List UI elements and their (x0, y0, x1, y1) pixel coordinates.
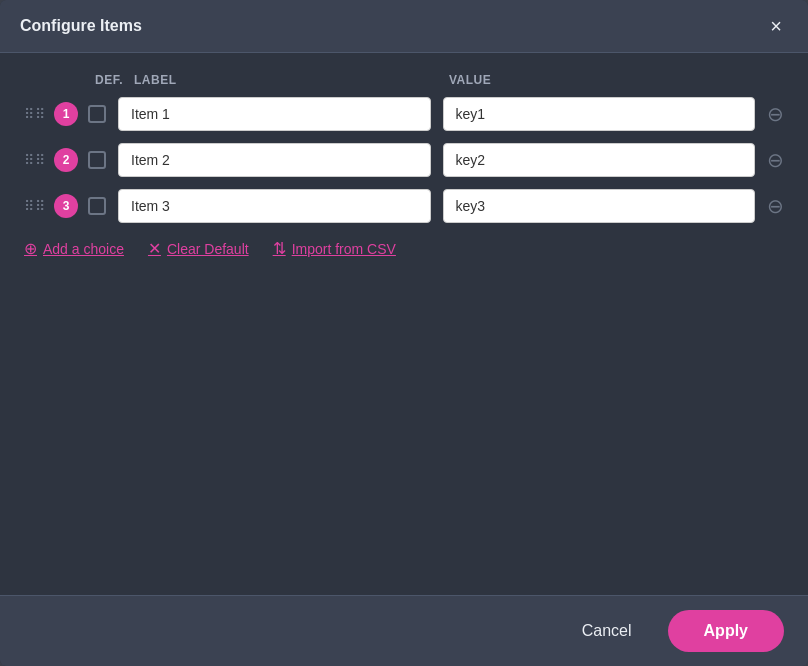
default-checkbox[interactable] (88, 197, 106, 215)
clear-default-button[interactable]: ✕ Clear Default (148, 239, 249, 258)
default-checkbox[interactable] (88, 105, 106, 123)
col-label-header: LABEL (134, 73, 433, 87)
add-choice-label: Add a choice (43, 241, 124, 257)
row-number: 2 (54, 148, 78, 172)
row-number: 3 (54, 194, 78, 218)
row-number: 1 (54, 102, 78, 126)
modal-header: Configure Items × (0, 0, 808, 53)
table-row: ⠿⠿ 3 ⊖ (24, 189, 784, 223)
drag-handle[interactable]: ⠿⠿ (24, 106, 46, 122)
modal-title: Configure Items (20, 17, 142, 35)
col-value-header: VALUE (449, 73, 748, 87)
clear-icon: ✕ (148, 239, 161, 258)
value-input[interactable] (443, 97, 756, 131)
col-def-header: DEF. (84, 73, 134, 87)
value-input[interactable] (443, 189, 756, 223)
close-button[interactable]: × (764, 14, 788, 38)
label-input[interactable] (118, 143, 431, 177)
import-csv-button[interactable]: ⇅ Import from CSV (273, 239, 396, 258)
configure-items-modal: Configure Items × DEF. LABEL VALUE ⠿⠿ 1 … (0, 0, 808, 666)
remove-button[interactable]: ⊖ (767, 196, 784, 216)
column-headers: DEF. LABEL VALUE (24, 73, 784, 87)
import-icon: ⇅ (273, 239, 286, 258)
label-input[interactable] (118, 189, 431, 223)
drag-handle[interactable]: ⠿⠿ (24, 152, 46, 168)
modal-body: DEF. LABEL VALUE ⠿⠿ 1 ⊖ ⠿⠿ 2 ⊖ ⠿⠿ 3 ⊖ (0, 53, 808, 595)
clear-default-label: Clear Default (167, 241, 249, 257)
label-input[interactable] (118, 97, 431, 131)
drag-handle[interactable]: ⠿⠿ (24, 198, 46, 214)
remove-button[interactable]: ⊖ (767, 150, 784, 170)
apply-button[interactable]: Apply (668, 610, 784, 652)
modal-footer: Cancel Apply (0, 595, 808, 666)
default-checkbox[interactable] (88, 151, 106, 169)
table-row: ⠿⠿ 1 ⊖ (24, 97, 784, 131)
table-row: ⠿⠿ 2 ⊖ (24, 143, 784, 177)
add-icon: ⊕ (24, 239, 37, 258)
remove-button[interactable]: ⊖ (767, 104, 784, 124)
action-links: ⊕ Add a choice ✕ Clear Default ⇅ Import … (24, 239, 784, 258)
items-list: ⠿⠿ 1 ⊖ ⠿⠿ 2 ⊖ ⠿⠿ 3 ⊖ (24, 97, 784, 223)
add-choice-button[interactable]: ⊕ Add a choice (24, 239, 124, 258)
value-input[interactable] (443, 143, 756, 177)
cancel-button[interactable]: Cancel (562, 612, 652, 650)
import-csv-label: Import from CSV (292, 241, 396, 257)
